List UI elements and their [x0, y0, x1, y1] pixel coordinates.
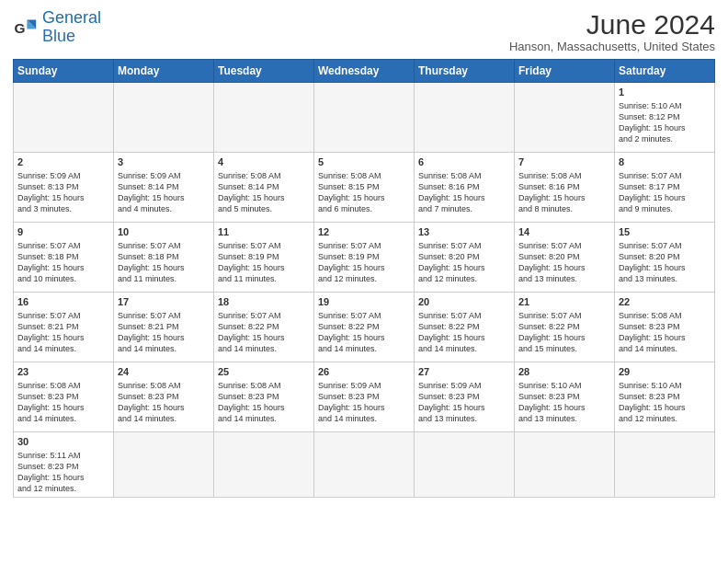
calendar-cell: 20Sunrise: 5:07 AM Sunset: 8:22 PM Dayli… — [415, 293, 515, 362]
calendar-cell: 1Sunrise: 5:10 AM Sunset: 8:12 PM Daylig… — [615, 83, 715, 153]
calendar-cell — [214, 83, 314, 153]
calendar-cell: 21Sunrise: 5:07 AM Sunset: 8:22 PM Dayli… — [515, 293, 615, 362]
day-info: Sunrise: 5:08 AM Sunset: 8:23 PM Dayligh… — [218, 380, 310, 425]
day-number: 12 — [318, 225, 410, 239]
calendar-cell: 11Sunrise: 5:07 AM Sunset: 8:19 PM Dayli… — [214, 223, 314, 293]
day-number: 3 — [118, 155, 210, 169]
calendar-cell: 5Sunrise: 5:08 AM Sunset: 8:15 PM Daylig… — [314, 153, 415, 223]
calendar-cell — [615, 432, 715, 498]
calendar-cell — [515, 432, 615, 498]
day-info: Sunrise: 5:08 AM Sunset: 8:16 PM Dayligh… — [418, 170, 510, 215]
day-info: Sunrise: 5:09 AM Sunset: 8:23 PM Dayligh… — [318, 380, 410, 425]
day-info: Sunrise: 5:09 AM Sunset: 8:23 PM Dayligh… — [418, 380, 510, 425]
day-number: 11 — [218, 225, 310, 239]
day-info: Sunrise: 5:07 AM Sunset: 8:18 PM Dayligh… — [17, 240, 109, 285]
main-title: June 2024 — [509, 9, 715, 40]
day-number: 20 — [418, 295, 510, 309]
day-number: 21 — [518, 295, 610, 309]
day-number: 4 — [218, 155, 310, 169]
calendar-cell — [14, 83, 114, 153]
calendar-header-monday: Monday — [114, 60, 214, 83]
calendar-cell: 7Sunrise: 5:08 AM Sunset: 8:16 PM Daylig… — [515, 153, 615, 223]
calendar-cell: 15Sunrise: 5:07 AM Sunset: 8:20 PM Dayli… — [615, 223, 715, 293]
calendar-cell — [415, 83, 515, 153]
day-number: 15 — [619, 225, 711, 239]
day-number: 14 — [518, 225, 610, 239]
logo-icon: G — [13, 15, 39, 40]
day-info: Sunrise: 5:07 AM Sunset: 8:19 PM Dayligh… — [218, 240, 310, 285]
calendar-week-3: 9Sunrise: 5:07 AM Sunset: 8:18 PM Daylig… — [14, 223, 715, 293]
day-info: Sunrise: 5:10 AM Sunset: 8:12 PM Dayligh… — [619, 100, 711, 145]
day-info: Sunrise: 5:08 AM Sunset: 8:23 PM Dayligh… — [619, 310, 711, 355]
calendar-header-saturday: Saturday — [615, 60, 715, 83]
day-number: 9 — [17, 225, 109, 239]
day-info: Sunrise: 5:07 AM Sunset: 8:21 PM Dayligh… — [17, 310, 109, 355]
day-number: 19 — [318, 295, 410, 309]
title-block: June 2024 Hanson, Massachusetts, United … — [509, 9, 715, 53]
day-number: 27 — [418, 365, 510, 379]
calendar-cell: 23Sunrise: 5:08 AM Sunset: 8:23 PM Dayli… — [14, 362, 114, 432]
day-number: 22 — [619, 295, 711, 309]
day-info: Sunrise: 5:08 AM Sunset: 8:16 PM Dayligh… — [518, 170, 610, 215]
calendar-cell — [214, 432, 314, 498]
calendar-cell: 16Sunrise: 5:07 AM Sunset: 8:21 PM Dayli… — [14, 293, 114, 362]
day-number: 26 — [318, 365, 410, 379]
calendar-week-5: 23Sunrise: 5:08 AM Sunset: 8:23 PM Dayli… — [14, 362, 715, 432]
calendar-cell: 27Sunrise: 5:09 AM Sunset: 8:23 PM Dayli… — [415, 362, 515, 432]
calendar-week-1: 1Sunrise: 5:10 AM Sunset: 8:12 PM Daylig… — [14, 83, 715, 153]
day-info: Sunrise: 5:10 AM Sunset: 8:23 PM Dayligh… — [518, 380, 610, 425]
calendar-cell: 29Sunrise: 5:10 AM Sunset: 8:23 PM Dayli… — [615, 362, 715, 432]
day-info: Sunrise: 5:08 AM Sunset: 8:23 PM Dayligh… — [17, 380, 109, 425]
day-info: Sunrise: 5:10 AM Sunset: 8:23 PM Dayligh… — [619, 380, 711, 425]
calendar-cell — [314, 432, 415, 498]
calendar-week-4: 16Sunrise: 5:07 AM Sunset: 8:21 PM Dayli… — [14, 293, 715, 362]
day-info: Sunrise: 5:07 AM Sunset: 8:20 PM Dayligh… — [619, 240, 711, 285]
calendar-cell: 26Sunrise: 5:09 AM Sunset: 8:23 PM Dayli… — [314, 362, 415, 432]
calendar-cell: 4Sunrise: 5:08 AM Sunset: 8:14 PM Daylig… — [214, 153, 314, 223]
day-number: 23 — [17, 365, 109, 379]
day-info: Sunrise: 5:07 AM Sunset: 8:20 PM Dayligh… — [518, 240, 610, 285]
logo-text: General Blue — [42, 9, 101, 46]
day-info: Sunrise: 5:11 AM Sunset: 8:23 PM Dayligh… — [17, 450, 109, 495]
calendar-cell: 19Sunrise: 5:07 AM Sunset: 8:22 PM Dayli… — [314, 293, 415, 362]
calendar-week-2: 2Sunrise: 5:09 AM Sunset: 8:13 PM Daylig… — [14, 153, 715, 223]
svg-text:G: G — [14, 19, 25, 35]
day-number: 18 — [218, 295, 310, 309]
calendar-cell: 13Sunrise: 5:07 AM Sunset: 8:20 PM Dayli… — [415, 223, 515, 293]
calendar-cell: 17Sunrise: 5:07 AM Sunset: 8:21 PM Dayli… — [114, 293, 214, 362]
day-number: 30 — [17, 435, 109, 449]
calendar-cell — [515, 83, 615, 153]
day-info: Sunrise: 5:07 AM Sunset: 8:22 PM Dayligh… — [218, 310, 310, 355]
calendar-cell: 25Sunrise: 5:08 AM Sunset: 8:23 PM Dayli… — [214, 362, 314, 432]
calendar-cell: 2Sunrise: 5:09 AM Sunset: 8:13 PM Daylig… — [14, 153, 114, 223]
calendar-header-thursday: Thursday — [415, 60, 515, 83]
day-info: Sunrise: 5:07 AM Sunset: 8:22 PM Dayligh… — [418, 310, 510, 355]
calendar-cell: 30Sunrise: 5:11 AM Sunset: 8:23 PM Dayli… — [14, 432, 114, 498]
calendar-cell: 9Sunrise: 5:07 AM Sunset: 8:18 PM Daylig… — [14, 223, 114, 293]
calendar-cell: 10Sunrise: 5:07 AM Sunset: 8:18 PM Dayli… — [114, 223, 214, 293]
page: G General Blue June 2024 Hanson, Massach… — [0, 0, 728, 507]
day-info: Sunrise: 5:07 AM Sunset: 8:22 PM Dayligh… — [318, 310, 410, 355]
day-number: 10 — [118, 225, 210, 239]
calendar-cell: 14Sunrise: 5:07 AM Sunset: 8:20 PM Dayli… — [515, 223, 615, 293]
day-number: 13 — [418, 225, 510, 239]
day-number: 25 — [218, 365, 310, 379]
day-info: Sunrise: 5:09 AM Sunset: 8:14 PM Dayligh… — [118, 170, 210, 215]
day-info: Sunrise: 5:07 AM Sunset: 8:17 PM Dayligh… — [619, 170, 711, 215]
calendar-cell: 28Sunrise: 5:10 AM Sunset: 8:23 PM Dayli… — [515, 362, 615, 432]
subtitle: Hanson, Massachusetts, United States — [509, 40, 715, 53]
calendar-cell — [314, 83, 415, 153]
day-info: Sunrise: 5:07 AM Sunset: 8:19 PM Dayligh… — [318, 240, 410, 285]
day-info: Sunrise: 5:08 AM Sunset: 8:23 PM Dayligh… — [118, 380, 210, 425]
day-number: 6 — [418, 155, 510, 169]
day-number: 17 — [118, 295, 210, 309]
calendar-cell: 22Sunrise: 5:08 AM Sunset: 8:23 PM Dayli… — [615, 293, 715, 362]
calendar-cell — [114, 432, 214, 498]
calendar-header-wednesday: Wednesday — [314, 60, 415, 83]
day-info: Sunrise: 5:07 AM Sunset: 8:21 PM Dayligh… — [118, 310, 210, 355]
calendar-header-tuesday: Tuesday — [214, 60, 314, 83]
calendar-week-6: 30Sunrise: 5:11 AM Sunset: 8:23 PM Dayli… — [14, 432, 715, 498]
day-info: Sunrise: 5:07 AM Sunset: 8:18 PM Dayligh… — [118, 240, 210, 285]
day-info: Sunrise: 5:07 AM Sunset: 8:20 PM Dayligh… — [418, 240, 510, 285]
day-number: 5 — [318, 155, 410, 169]
